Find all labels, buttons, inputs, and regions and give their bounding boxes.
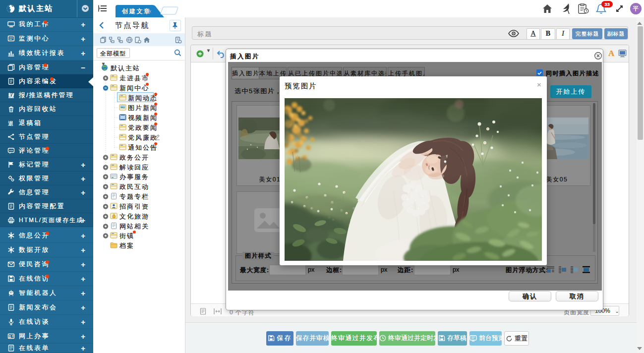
svg-text:创建文章: 创建文章	[121, 7, 151, 15]
svg-text:×: ×	[148, 8, 151, 14]
svg-text:退: 退	[8, 120, 13, 126]
